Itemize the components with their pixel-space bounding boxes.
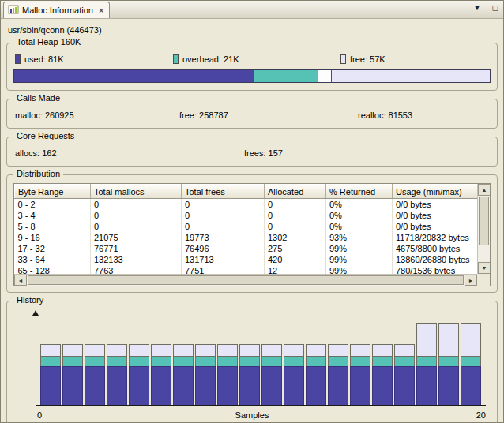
table-row[interactable]: 3 - 40000%0/0 bytes — [15, 210, 480, 221]
table-row[interactable]: 0 - 20000%0/0 bytes — [15, 199, 480, 210]
table-cell: 0% — [326, 199, 393, 210]
history-bar-segment-overhead — [239, 356, 260, 366]
history-bar-segment-used — [261, 366, 282, 405]
history-bar-segment-free — [261, 344, 282, 356]
table-cell: 99% — [326, 243, 393, 254]
table-cell: 0 — [91, 199, 182, 210]
column-header-returned[interactable]: % Returned — [326, 185, 393, 199]
history-bar-segment-free — [151, 344, 171, 356]
history-bar-segment-used — [151, 366, 171, 405]
table-cell: 0 — [182, 199, 265, 210]
x-axis — [36, 405, 486, 406]
history-bar-segment-overhead — [62, 356, 83, 366]
history-bar-segment-overhead — [195, 356, 216, 366]
history-bar — [261, 344, 282, 405]
history-bar — [62, 344, 83, 405]
table-cell: 0% — [326, 210, 393, 221]
history-bar-segment-used — [328, 366, 348, 405]
view-content: usr/sbin/qconn (446473) Total Heap 160K … — [1, 19, 503, 423]
calls-made-title: Calls Made — [13, 93, 63, 103]
free-color-chip — [340, 54, 346, 64]
horizontal-scrollbar-thumb[interactable] — [28, 275, 464, 285]
heap-bar — [13, 69, 491, 83]
y-axis-arrow-icon — [32, 310, 39, 316]
table-cell: 0 — [182, 210, 265, 221]
column-header-allocated[interactable]: Allocated — [265, 185, 326, 199]
table-cell: 0 — [265, 221, 326, 232]
table-row[interactable]: 5 - 80000%0/0 bytes — [15, 221, 480, 232]
heap-segment-overhead — [254, 70, 318, 82]
history-bar-segment-used — [284, 366, 304, 405]
realloc-count: realloc: 81553 — [358, 110, 412, 120]
column-header-total-frees[interactable]: Total frees — [182, 185, 265, 199]
history-bar-segment-free — [195, 344, 216, 356]
table-cell: 0 — [91, 221, 182, 232]
table-cell: 76771 — [91, 243, 182, 254]
history-bar-segment-used — [195, 366, 216, 405]
table-row[interactable]: 33 - 6413213313171342099%13860/26880 byt… — [15, 254, 480, 265]
column-header-total-mallocs[interactable]: Total mallocs — [91, 185, 182, 199]
history-bar-segment-overhead — [438, 356, 459, 366]
table-cell: 11718/20832 bytes — [393, 232, 480, 243]
history-bars — [40, 321, 481, 405]
scroll-down-icon[interactable]: ▼ — [478, 262, 491, 274]
tab-strip: Malloc Information × ▼ ▢ — [1, 1, 503, 19]
history-bar-segment-used — [40, 366, 61, 405]
history-bar-segment-overhead — [328, 356, 348, 366]
table-cell: 0 — [91, 210, 182, 221]
history-bar — [350, 344, 370, 405]
table-cell: 420 — [265, 254, 326, 265]
used-color-chip — [15, 54, 21, 64]
scroll-up-icon[interactable]: ▲ — [478, 184, 491, 196]
history-bar-segment-overhead — [350, 356, 370, 366]
history-bar — [217, 344, 238, 405]
free-count: free: 258787 — [179, 110, 358, 120]
view-menu-icon[interactable]: ▼ — [474, 4, 481, 12]
maximize-icon[interactable]: ▢ — [491, 4, 498, 12]
history-bar-segment-free — [350, 344, 370, 356]
table-cell: 0 — [182, 221, 265, 232]
close-icon[interactable]: × — [99, 6, 103, 15]
table-cell: 76496 — [182, 243, 265, 254]
history-bar-segment-used — [217, 366, 238, 405]
history-bar-segment-overhead — [306, 356, 326, 366]
table-row[interactable]: 9 - 162107519773130293%11718/20832 bytes — [15, 232, 480, 243]
y-axis — [36, 311, 36, 406]
calls-made-row: malloc: 260925 free: 258787 realloc: 815… — [15, 110, 491, 120]
malloc-count: malloc: 260925 — [15, 110, 179, 120]
tab-malloc-information[interactable]: Malloc Information × — [3, 2, 110, 18]
table-cell: 13860/26880 bytes — [393, 254, 480, 265]
table-cell: 17 - 32 — [15, 243, 91, 254]
calls-made-group: Calls Made malloc: 260925 free: 258787 r… — [6, 99, 498, 129]
history-bar — [306, 344, 326, 405]
history-bar-segment-used — [416, 366, 437, 405]
history-bar-segment-overhead — [40, 356, 61, 366]
vertical-scrollbar-thumb[interactable] — [479, 197, 489, 245]
history-bar-segment-overhead — [217, 356, 238, 366]
table-cell: 0 — [265, 210, 326, 221]
table-cell: 33 - 64 — [15, 254, 91, 265]
column-header-usage[interactable]: Usage (min/max) — [393, 185, 480, 199]
scroll-left-icon[interactable]: ◄ — [14, 275, 27, 286]
table-cell: 0% — [326, 221, 393, 232]
history-bar — [151, 344, 171, 405]
overhead-color-chip — [173, 54, 179, 64]
history-bar-segment-used — [306, 366, 326, 405]
heap-segment-free — [332, 70, 490, 82]
heap-legend: used: 81K overhead: 21K free: 57K — [15, 54, 491, 64]
table-cell: 93% — [326, 232, 393, 243]
heap-segment-gap — [318, 70, 332, 82]
table-row[interactable]: 17 - 32767717649627599%4675/8800 bytes — [15, 243, 480, 254]
history-bar-segment-used — [438, 366, 459, 405]
history-bar-segment-used — [173, 366, 194, 405]
horizontal-scrollbar[interactable]: ◄ ► — [14, 274, 477, 286]
column-header-byte-range[interactable]: Byte Range — [15, 185, 91, 199]
tab-label: Malloc Information — [22, 6, 93, 15]
history-bar-segment-overhead — [151, 356, 171, 366]
history-bar-segment-free — [416, 323, 437, 356]
table-cell: 1302 — [265, 232, 326, 243]
vertical-scrollbar[interactable]: ▲ ▼ — [477, 184, 490, 274]
legend-item-free: free: 57K — [340, 54, 386, 64]
scroll-right-icon[interactable]: ► — [465, 275, 477, 286]
history-bar — [328, 344, 348, 405]
